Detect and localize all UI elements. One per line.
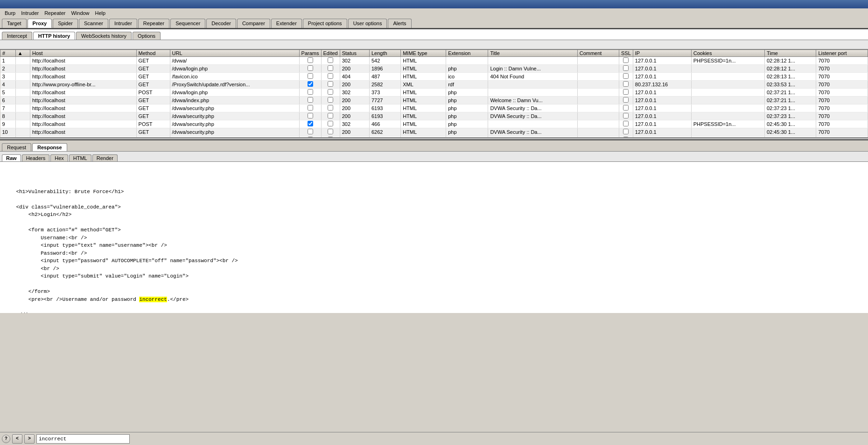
col-mime[interactable]: MIME type	[401, 50, 446, 57]
tab-extender[interactable]: Extender	[271, 19, 302, 28]
inner-tab-headers[interactable]: Headers	[22, 154, 50, 161]
col-cookies[interactable]: Cookies	[691, 50, 764, 57]
menu-intruder[interactable]: Intruder	[18, 10, 42, 16]
content-line: <h1>Vulnerability: Brute Force</h1>	[4, 188, 864, 196]
content-line: <pre><br />Username and/or password inco…	[4, 296, 864, 304]
table-row[interactable]: 8http://localhostGET/dvwa/security.php20…	[0, 112, 868, 120]
menu-help[interactable]: Help	[92, 10, 109, 16]
table-row[interactable]: 6http://localhostGET/dvwa/index.php20077…	[0, 97, 868, 104]
row-checkbox[interactable]	[328, 65, 333, 71]
menu-repeater[interactable]: Repeater	[42, 10, 68, 16]
table-row[interactable]: 3http://localhostGET/favicon.ico404487HT…	[0, 73, 868, 81]
col-host[interactable]: Host	[30, 50, 136, 57]
row-checkbox[interactable]	[308, 73, 313, 79]
row-checkbox[interactable]	[308, 89, 313, 95]
subtab-websockets-history[interactable]: WebSockets history	[76, 32, 132, 40]
col-url[interactable]: URL	[170, 50, 299, 57]
http-table-container[interactable]: # ▲ Host Method URL Params Edited Status…	[0, 49, 868, 138]
table-row[interactable]: 9http://localhostPOST/dvwa/security.php3…	[0, 120, 868, 128]
tab-user-options[interactable]: User options	[348, 19, 387, 28]
menu-window[interactable]: Window	[68, 10, 92, 16]
row-checkbox[interactable]	[328, 57, 333, 63]
row-checkbox[interactable]	[308, 105, 313, 111]
subtab-intercept[interactable]: Intercept	[2, 32, 32, 40]
col-id[interactable]: #	[0, 50, 16, 57]
tab-project-options[interactable]: Project options	[303, 19, 347, 28]
row-checkbox[interactable]	[328, 89, 333, 95]
col-port[interactable]: Listener port	[816, 50, 868, 57]
col-ext[interactable]: Extension	[446, 50, 488, 57]
content-line: <h2>Login</h2>	[4, 211, 864, 219]
content-line	[4, 280, 864, 288]
row-checkbox[interactable]	[308, 81, 313, 87]
table-row[interactable]: 10http://localhostGET/dvwa/security.php2…	[0, 128, 868, 136]
tab-response[interactable]: Response	[32, 143, 67, 151]
col-method[interactable]: Method	[136, 50, 170, 57]
row-checkbox[interactable]	[623, 105, 629, 111]
main-tabs: Target Proxy Spider Scanner Intruder Rep…	[0, 18, 868, 28]
row-checkbox[interactable]	[623, 73, 629, 79]
table-body: 1http://localhostGET/dvwa/302542HTML127.…	[0, 57, 868, 139]
tab-alerts[interactable]: Alerts	[388, 19, 411, 28]
tab-intruder[interactable]: Intruder	[109, 19, 137, 28]
menu-bar: Burp Intruder Repeater Window Help	[0, 8, 868, 18]
col-time[interactable]: Time	[764, 50, 816, 57]
row-checkbox[interactable]	[623, 129, 629, 134]
inner-tab-raw[interactable]: Raw	[2, 154, 21, 161]
row-checkbox[interactable]	[623, 121, 629, 126]
tab-target[interactable]: Target	[2, 19, 27, 28]
col-length[interactable]: Length	[370, 50, 401, 57]
col-sort[interactable]: ▲	[15, 50, 30, 57]
col-status[interactable]: Status	[340, 50, 369, 57]
tab-comparer[interactable]: Comparer	[237, 19, 270, 28]
table-row[interactable]: 7http://localhostGET/dvwa/security.php20…	[0, 104, 868, 112]
row-checkbox[interactable]	[328, 121, 333, 126]
row-checkbox[interactable]	[308, 121, 313, 126]
row-checkbox[interactable]	[623, 89, 629, 95]
row-checkbox[interactable]	[328, 105, 333, 111]
menu-burp[interactable]: Burp	[2, 10, 18, 16]
tab-request[interactable]: Request	[2, 143, 31, 151]
inner-tab-hex[interactable]: Hex	[50, 154, 68, 161]
tab-spider[interactable]: Spider	[53, 19, 78, 28]
tab-decoder[interactable]: Decoder	[206, 19, 236, 28]
table-row[interactable]: 2http://localhostGET/dvwa/login.php20018…	[0, 65, 868, 73]
row-checkbox[interactable]	[308, 129, 313, 134]
table-row[interactable]: 1http://localhostGET/dvwa/302542HTML127.…	[0, 57, 868, 65]
filter-bar[interactable]	[0, 40, 868, 49]
row-checkbox[interactable]	[623, 57, 629, 63]
tab-scanner[interactable]: Scanner	[79, 19, 108, 28]
col-edited[interactable]: Edited	[321, 50, 340, 57]
col-ip[interactable]: IP	[633, 50, 691, 57]
row-checkbox[interactable]	[328, 97, 333, 103]
row-checkbox[interactable]	[623, 113, 629, 118]
tab-repeater[interactable]: Repeater	[138, 19, 169, 28]
tab-sequencer[interactable]: Sequencer	[170, 19, 205, 28]
row-checkbox[interactable]	[623, 81, 629, 87]
row-checkbox[interactable]	[328, 73, 333, 79]
col-params[interactable]: Params	[299, 50, 321, 57]
inner-tab-html[interactable]: HTML	[69, 154, 91, 161]
row-checkbox[interactable]	[308, 97, 313, 103]
row-checkbox[interactable]	[308, 57, 313, 63]
row-checkbox[interactable]	[308, 65, 313, 71]
tab-proxy[interactable]: Proxy	[28, 19, 52, 28]
subtab-http-history[interactable]: HTTP history	[33, 32, 75, 40]
proxy-sub-tab-bar: Intercept HTTP history WebSockets histor…	[0, 29, 868, 40]
table-row[interactable]: 5http://localhostPOST/dvwa/login.php3023…	[0, 89, 868, 97]
inner-tab-render[interactable]: Render	[92, 154, 118, 161]
title-bar	[0, 0, 868, 8]
row-checkbox[interactable]	[328, 81, 333, 87]
table-row[interactable]: 4http://www.proxy-offline-br...GET/Proxy…	[0, 81, 868, 89]
col-ssl[interactable]: SSL	[619, 50, 633, 57]
row-checkbox[interactable]	[623, 65, 629, 71]
row-checkbox[interactable]	[308, 113, 313, 118]
subtab-options[interactable]: Options	[133, 32, 161, 40]
row-checkbox[interactable]	[328, 129, 333, 134]
row-checkbox[interactable]	[328, 113, 333, 118]
content-line: <input type="submit" value="Login" name=…	[4, 272, 864, 280]
col-comment[interactable]: Comment	[577, 50, 619, 57]
col-title[interactable]: Title	[488, 50, 577, 57]
req-res-tab-bar: Request Response	[0, 140, 868, 152]
row-checkbox[interactable]	[623, 97, 629, 103]
